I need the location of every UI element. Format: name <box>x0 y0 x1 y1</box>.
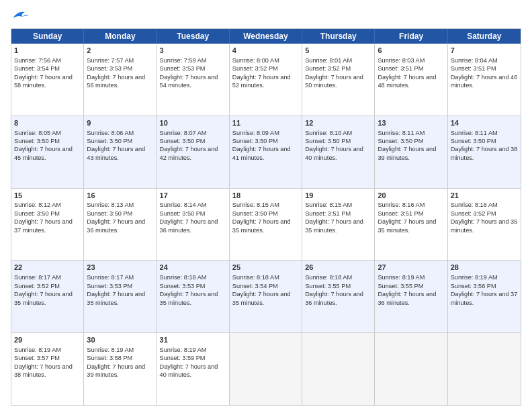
sunset-text: Sunset: 3:53 PM <box>87 65 132 72</box>
sunrise-text: Sunrise: 8:04 AM <box>451 57 498 64</box>
day-number: 27 <box>378 263 444 273</box>
sunset-text: Sunset: 3:51 PM <box>451 65 496 72</box>
calendar-cell: 13Sunrise: 8:11 AMSunset: 3:50 PMDayligh… <box>375 116 447 188</box>
day-number: 17 <box>160 191 226 201</box>
calendar-cell: 4Sunrise: 8:00 AMSunset: 3:52 PMDaylight… <box>230 44 302 116</box>
daylight-text: Daylight: 7 hours and 48 minutes. <box>378 74 436 89</box>
daylight-text: Daylight: 7 hours and 39 minutes. <box>378 146 436 161</box>
daylight-text: Daylight: 7 hours and 41 minutes. <box>232 146 291 161</box>
day-number: 7 <box>451 46 518 56</box>
calendar-cell: 27Sunrise: 8:19 AMSunset: 3:55 PMDayligh… <box>375 261 447 332</box>
calendar-cell: 17Sunrise: 8:14 AMSunset: 3:50 PMDayligh… <box>157 189 230 261</box>
daylight-text: Daylight: 7 hours and 36 minutes. <box>305 291 363 306</box>
day-number: 15 <box>14 191 81 201</box>
sunrise-text: Sunrise: 8:14 AM <box>160 201 207 208</box>
sunrise-text: Sunrise: 8:18 AM <box>232 274 279 281</box>
sunrise-text: Sunrise: 8:18 AM <box>160 274 207 281</box>
daylight-text: Daylight: 7 hours and 58 minutes. <box>14 74 73 89</box>
sunrise-text: Sunrise: 8:05 AM <box>14 130 61 136</box>
logo-icon <box>11 8 30 23</box>
daylight-text: Daylight: 7 hours and 35 minutes. <box>305 218 363 233</box>
logo <box>11 8 32 23</box>
calendar-cell: 24Sunrise: 8:18 AMSunset: 3:53 PMDayligh… <box>157 261 230 332</box>
calendar-cell <box>448 333 521 405</box>
sunrise-text: Sunrise: 8:19 AM <box>87 347 134 353</box>
sunset-text: Sunset: 3:59 PM <box>160 355 206 361</box>
calendar-row-4: 29Sunrise: 8:19 AMSunset: 3:57 PMDayligh… <box>11 332 521 405</box>
day-number: 24 <box>160 263 226 273</box>
calendar-cell <box>375 333 447 405</box>
sunset-text: Sunset: 3:53 PM <box>160 283 206 289</box>
day-number: 29 <box>14 335 81 345</box>
sunrise-text: Sunrise: 8:11 AM <box>378 130 425 136</box>
calendar-cell: 1Sunrise: 7:56 AMSunset: 3:54 PMDaylight… <box>11 44 84 116</box>
sunset-text: Sunset: 3:50 PM <box>14 138 60 144</box>
header-day-monday: Monday <box>84 29 157 44</box>
sunset-text: Sunset: 3:54 PM <box>14 65 60 72</box>
day-number: 11 <box>232 118 299 128</box>
page: SundayMondayTuesdayWednesdayThursdayFrid… <box>0 0 532 411</box>
daylight-text: Daylight: 7 hours and 42 minutes. <box>160 146 218 161</box>
sunset-text: Sunset: 3:50 PM <box>160 138 206 144</box>
sunrise-text: Sunrise: 8:13 AM <box>87 201 134 208</box>
sunset-text: Sunset: 3:52 PM <box>232 65 278 72</box>
sunset-text: Sunset: 3:53 PM <box>160 65 206 72</box>
sunrise-text: Sunrise: 8:18 AM <box>305 274 352 281</box>
daylight-text: Daylight: 7 hours and 35 minutes. <box>87 291 145 306</box>
daylight-text: Daylight: 7 hours and 37 minutes. <box>451 291 518 306</box>
daylight-text: Daylight: 7 hours and 35 minutes. <box>160 291 218 306</box>
sunset-text: Sunset: 3:52 PM <box>14 283 60 289</box>
header-day-saturday: Saturday <box>448 29 521 44</box>
daylight-text: Daylight: 7 hours and 38 minutes. <box>451 146 518 161</box>
calendar-cell: 20Sunrise: 8:16 AMSunset: 3:51 PMDayligh… <box>375 189 447 261</box>
daylight-text: Daylight: 7 hours and 35 minutes. <box>378 218 436 233</box>
calendar: SundayMondayTuesdayWednesdayThursdayFrid… <box>11 28 521 406</box>
day-number: 22 <box>14 263 81 273</box>
sunrise-text: Sunrise: 8:19 AM <box>451 274 498 281</box>
calendar-cell: 25Sunrise: 8:18 AMSunset: 3:54 PMDayligh… <box>230 261 302 332</box>
day-number: 5 <box>305 46 371 56</box>
sunset-text: Sunset: 3:50 PM <box>87 138 132 144</box>
daylight-text: Daylight: 7 hours and 37 minutes. <box>14 218 73 233</box>
sunrise-text: Sunrise: 8:17 AM <box>14 274 61 281</box>
daylight-text: Daylight: 7 hours and 35 minutes. <box>232 218 291 233</box>
sunrise-text: Sunrise: 8:15 AM <box>232 201 279 208</box>
calendar-cell: 23Sunrise: 8:17 AMSunset: 3:53 PMDayligh… <box>84 261 157 332</box>
calendar-cell: 29Sunrise: 8:19 AMSunset: 3:57 PMDayligh… <box>11 333 84 405</box>
daylight-text: Daylight: 7 hours and 35 minutes. <box>232 291 291 306</box>
sunset-text: Sunset: 3:50 PM <box>378 138 423 144</box>
sunset-text: Sunset: 3:51 PM <box>378 210 423 217</box>
header-day-sunday: Sunday <box>11 29 84 44</box>
sunset-text: Sunset: 3:50 PM <box>87 210 132 217</box>
day-number: 10 <box>160 118 226 128</box>
day-number: 23 <box>87 263 153 273</box>
day-number: 18 <box>232 191 299 201</box>
sunrise-text: Sunrise: 7:59 AM <box>160 57 207 64</box>
calendar-cell: 15Sunrise: 8:12 AMSunset: 3:50 PMDayligh… <box>11 189 84 261</box>
header-day-tuesday: Tuesday <box>157 29 230 44</box>
calendar-cell: 3Sunrise: 7:59 AMSunset: 3:53 PMDaylight… <box>157 44 230 116</box>
sunset-text: Sunset: 3:53 PM <box>87 283 132 289</box>
sunset-text: Sunset: 3:55 PM <box>305 283 351 289</box>
sunrise-text: Sunrise: 8:16 AM <box>451 201 498 208</box>
daylight-text: Daylight: 7 hours and 35 minutes. <box>14 291 73 306</box>
daylight-text: Daylight: 7 hours and 46 minutes. <box>451 74 518 89</box>
sunset-text: Sunset: 3:50 PM <box>160 210 206 217</box>
calendar-cell: 26Sunrise: 8:18 AMSunset: 3:55 PMDayligh… <box>302 261 375 332</box>
sunset-text: Sunset: 3:50 PM <box>305 138 351 144</box>
sunset-text: Sunset: 3:52 PM <box>451 210 496 217</box>
sunrise-text: Sunrise: 7:57 AM <box>87 57 134 64</box>
daylight-text: Daylight: 7 hours and 50 minutes. <box>305 74 363 89</box>
sunrise-text: Sunrise: 7:56 AM <box>14 57 61 64</box>
daylight-text: Daylight: 7 hours and 36 minutes. <box>87 218 145 233</box>
day-number: 3 <box>160 46 226 56</box>
day-number: 20 <box>378 191 444 201</box>
day-number: 2 <box>87 46 153 56</box>
header-day-friday: Friday <box>375 29 447 44</box>
header <box>11 8 521 23</box>
day-number: 16 <box>87 191 153 201</box>
day-number: 6 <box>378 46 444 56</box>
day-number: 13 <box>378 118 444 128</box>
day-number: 12 <box>305 118 371 128</box>
calendar-cell: 22Sunrise: 8:17 AMSunset: 3:52 PMDayligh… <box>11 261 84 332</box>
